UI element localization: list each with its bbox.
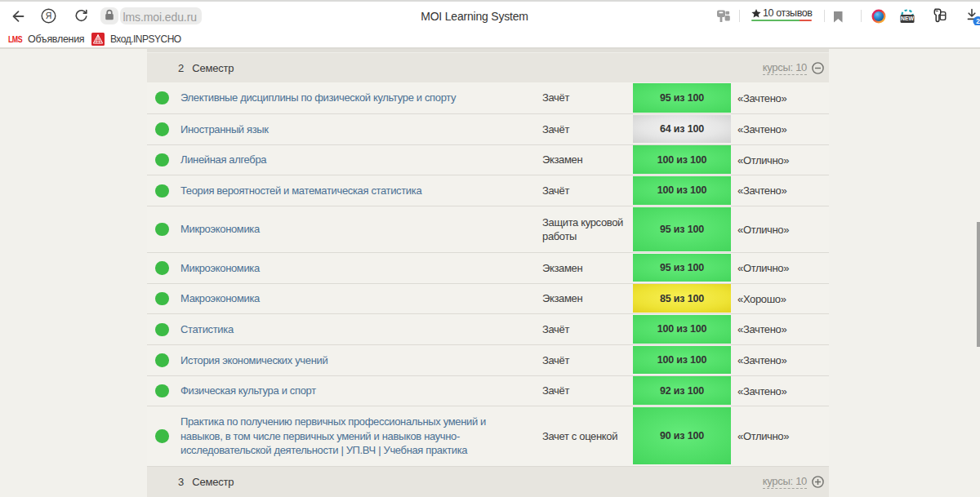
svg-text:Я: Я xyxy=(46,11,52,20)
svg-text:NEW: NEW xyxy=(901,16,914,21)
svg-text:2: 2 xyxy=(976,17,980,25)
